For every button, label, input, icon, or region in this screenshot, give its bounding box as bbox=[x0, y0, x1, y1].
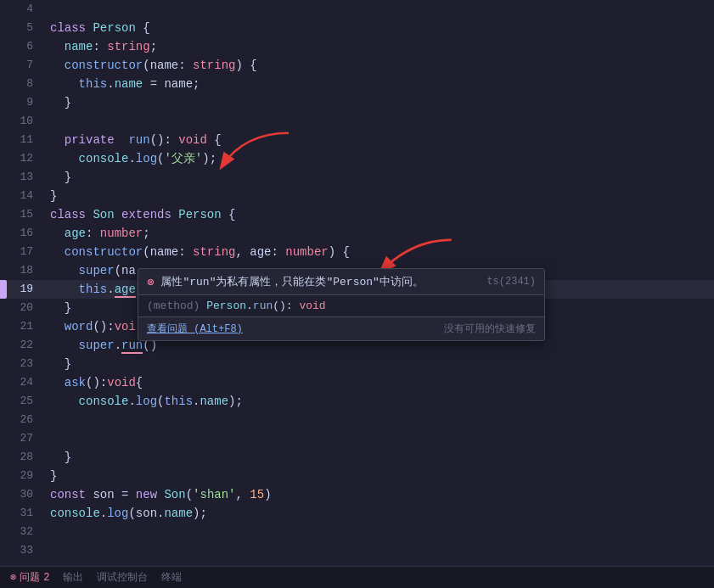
status-bar: ⊗ 问题 2 输出 调试控制台 终端 bbox=[0, 566, 714, 588]
line-content: } bbox=[47, 168, 714, 187]
line-number: 5 bbox=[0, 19, 47, 37]
line-content: this.name = name; bbox=[47, 75, 714, 93]
line-row: 13 } bbox=[0, 168, 714, 187]
line-content: class Son extends Person { bbox=[47, 205, 714, 224]
line-content: constructor(name: string, age: number) { bbox=[47, 243, 714, 261]
status-debug-label: 调试控制台 bbox=[97, 570, 148, 585]
line-number: 6 bbox=[0, 37, 47, 56]
line-row: 5 class Person { bbox=[0, 19, 714, 37]
status-problems[interactable]: ⊗ 问题 2 bbox=[10, 570, 49, 585]
line-content: console.log(son.name); bbox=[47, 504, 714, 523]
line-row: 33 bbox=[0, 541, 714, 560]
line-row: 11 private run(): void { bbox=[0, 131, 714, 149]
line-number: 30 bbox=[0, 485, 47, 504]
line-number: 28 bbox=[0, 448, 47, 467]
line-content: } bbox=[47, 355, 714, 373]
line-number: 26 bbox=[0, 411, 47, 429]
line-number: 31 bbox=[0, 504, 47, 523]
tooltip-error-code: ts(2341) bbox=[486, 276, 536, 288]
code-lines[interactable]: 4 5 class Person { 6 name: string; 7 con… bbox=[0, 0, 714, 566]
line-number: 29 bbox=[0, 467, 47, 485]
line-number: 33 bbox=[0, 541, 47, 560]
line-row: 28 } bbox=[0, 448, 714, 467]
line-number: 16 bbox=[0, 224, 47, 243]
line-row: 29 } bbox=[0, 467, 714, 485]
status-terminal-label: 终端 bbox=[161, 570, 182, 585]
line-number: 23 bbox=[0, 355, 47, 373]
line-row: 17 constructor(name: string, age: number… bbox=[0, 243, 714, 261]
line-number: 25 bbox=[0, 392, 47, 411]
line-row: 4 bbox=[0, 0, 714, 19]
line-row: 23 } bbox=[0, 355, 714, 373]
line-row: 26 bbox=[0, 411, 714, 429]
tooltip-error-message: 属性"run"为私有属性，只能在类"Person"中访问。 bbox=[160, 274, 476, 289]
editor-container: 4 5 class Person { 6 name: string; 7 con… bbox=[0, 0, 714, 588]
status-terminal[interactable]: 终端 bbox=[161, 570, 182, 585]
line-number: 7 bbox=[0, 56, 47, 75]
line-row: 10 bbox=[0, 112, 714, 131]
line-content: name: string; bbox=[47, 37, 714, 56]
tooltip-method-text: (method) Person.run(): void bbox=[147, 300, 326, 312]
line-number: 13 bbox=[0, 168, 47, 187]
line-row: 16 age: number; bbox=[0, 224, 714, 243]
line-row: 7 constructor(name: string) { bbox=[0, 56, 714, 75]
line-number: 11 bbox=[0, 131, 47, 149]
line-number: 18 bbox=[0, 261, 47, 280]
line-number: 17 bbox=[0, 243, 47, 261]
line-content: } bbox=[47, 93, 714, 112]
line-row: 25 console.log(this.name); bbox=[0, 392, 714, 411]
tooltip-no-fix-text: 没有可用的快速修复 bbox=[444, 322, 536, 336]
error-tooltip: ⊗ 属性"run"为私有属性，只能在类"Person"中访问。 ts(2341)… bbox=[138, 268, 545, 341]
code-area: 4 5 class Person { 6 name: string; 7 con… bbox=[0, 0, 714, 566]
status-debug[interactable]: 调试控制台 bbox=[97, 570, 148, 585]
line-content: console.log('父亲'); bbox=[47, 149, 714, 168]
line-row: 12 console.log('父亲'); bbox=[0, 149, 714, 168]
line-content: } bbox=[47, 448, 714, 467]
tooltip-view-problem-link[interactable]: 查看问题 (Alt+F8) bbox=[147, 322, 243, 336]
tooltip-method-row: (method) Person.run(): void bbox=[138, 295, 544, 317]
status-problems-count: 2 bbox=[43, 572, 49, 584]
line-content: age: number; bbox=[47, 224, 714, 243]
line-content: constructor(name: string) { bbox=[47, 56, 714, 75]
line-number: 15 bbox=[0, 205, 47, 224]
line-row: 32 bbox=[0, 523, 714, 541]
line-row: 9 } bbox=[0, 93, 714, 112]
line-row: 15 class Son extends Person { bbox=[0, 205, 714, 224]
status-output[interactable]: 输出 bbox=[63, 570, 83, 585]
line-content: const son = new Son('shan', 15) bbox=[47, 485, 714, 504]
line-content: class Person { bbox=[47, 19, 714, 37]
status-output-label: 输出 bbox=[63, 570, 83, 585]
line-row: 24 ask():void{ bbox=[0, 373, 714, 392]
line-content: } bbox=[47, 187, 714, 205]
status-problems-label: 问题 bbox=[20, 570, 40, 585]
line-number: 9 bbox=[0, 93, 47, 112]
error-status-icon: ⊗ bbox=[10, 571, 16, 584]
line-number: 22 bbox=[0, 336, 47, 355]
line-number: 32 bbox=[0, 523, 47, 541]
line-content: console.log(this.name); bbox=[47, 392, 714, 411]
line-number: 10 bbox=[0, 112, 47, 131]
error-icon: ⊗ bbox=[147, 275, 154, 289]
line-row: 6 name: string; bbox=[0, 37, 714, 56]
line-content: private run(): void { bbox=[47, 131, 714, 149]
line-number: 4 bbox=[0, 0, 47, 19]
line-number: 27 bbox=[0, 429, 47, 448]
line-number: 12 bbox=[0, 149, 47, 168]
lines-wrapper: 4 5 class Person { 6 name: string; 7 con… bbox=[0, 0, 714, 560]
tooltip-error-row: ⊗ 属性"run"为私有属性，只能在类"Person"中访问。 ts(2341) bbox=[138, 269, 544, 295]
line-number: 8 bbox=[0, 75, 47, 93]
line-number: 20 bbox=[0, 299, 47, 317]
line-row: 30 const son = new Son('shan', 15) bbox=[0, 485, 714, 504]
tooltip-action-row: 查看问题 (Alt+F8) 没有可用的快速修复 bbox=[138, 317, 544, 340]
line-row: 31 console.log(son.name); bbox=[0, 504, 714, 523]
line-number-active: 19 bbox=[0, 280, 47, 299]
line-row: 14 } bbox=[0, 187, 714, 205]
line-row: 27 bbox=[0, 429, 714, 448]
line-number: 24 bbox=[0, 373, 47, 392]
line-row: 8 this.name = name; bbox=[0, 75, 714, 93]
line-content: } bbox=[47, 467, 714, 485]
line-number: 21 bbox=[0, 317, 47, 336]
line-number: 14 bbox=[0, 187, 47, 205]
line-content: ask():void{ bbox=[47, 373, 714, 392]
